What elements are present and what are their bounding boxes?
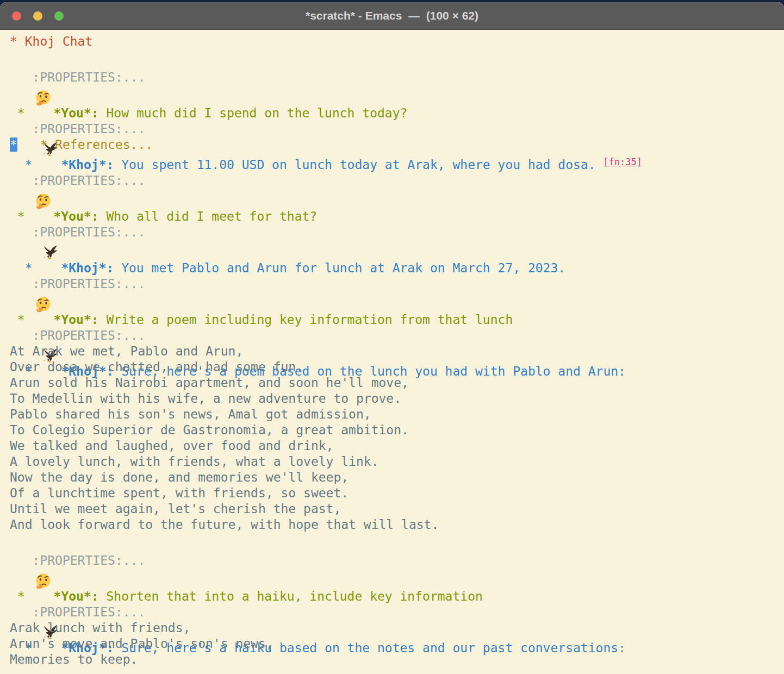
empty-line (10, 189, 784, 204)
text-body: A lovely lunch, with friends, what a lov… (10, 454, 379, 469)
text-prop[interactable]: :PROPERTIES:... (10, 225, 145, 239)
poem-line: Of a lunchtime spent, with friends, so s… (10, 485, 784, 501)
poem-line: A lovely lunch, with friends, what a lov… (10, 454, 784, 470)
text-body: Of a lunchtime spent, with friends, so s… (10, 486, 349, 500)
eagle-emoji-icon (42, 584, 59, 601)
properties-drawer: :PROPERTIES:... (10, 604, 784, 620)
thinking-face-emoji-icon (35, 153, 52, 169)
text-body: Until we meet again, let's cherish the p… (10, 502, 341, 516)
thinking-face-emoji-icon (35, 49, 52, 66)
chat-message-khoj: * *Khoj*: You spent 11.00 USD on lunch t… (10, 101, 784, 121)
empty-line (10, 85, 784, 101)
text-prop[interactable]: :PROPERTIES:... (10, 605, 145, 619)
poem-line: And look forward to the future, with hop… (10, 517, 784, 533)
eagle-emoji-icon (42, 101, 59, 117)
properties-drawer: :PROPERTIES:... (10, 121, 784, 137)
text-plain (17, 138, 40, 152)
text-prop[interactable]: :PROPERTIES:... (10, 70, 145, 84)
window-titlebar[interactable]: *scratch* - Emacs — (100 × 62) (0, 2, 784, 30)
empty-line (10, 240, 784, 256)
properties-drawer: :PROPERTIES:... (10, 553, 784, 569)
text-body: At Arak we met, Pablo and Arun, (10, 344, 243, 358)
text-cursor: * (10, 138, 17, 152)
text-prop[interactable]: :PROPERTIES:... (10, 277, 145, 291)
properties-drawer: :PROPERTIES:... (10, 173, 784, 189)
poem-line: At Arak we met, Pablo and Arun, (10, 344, 784, 359)
text-body: To Colegio Superior de Gastronomia, a gr… (10, 423, 409, 437)
minimize-button[interactable] (33, 11, 42, 21)
poem-line: We talked and laughed, over food and dri… (10, 438, 784, 454)
chat-message-khoj: * *Khoj*: Sure, here's a poem based on t… (10, 308, 784, 328)
thinking-face-emoji-icon (35, 256, 52, 272)
poem-line: Until we meet again, let's cherish the p… (10, 501, 784, 517)
khoj-chat-title: * Khoj Chat (10, 34, 92, 48)
references-folded-heading[interactable]: * References... (40, 138, 153, 152)
poem-line: To Medellin with his wife, a new adventu… (10, 391, 784, 407)
poem-line: Now the day is done, and memories we'll … (10, 470, 784, 485)
text-body: We talked and laughed, over food and dri… (10, 439, 333, 453)
eagle-emoji-icon (42, 308, 59, 324)
zoom-button[interactable] (54, 11, 64, 21)
editor-buffer[interactable]: * Khoj Chat * *You*: How much did I spen… (0, 30, 784, 667)
footnote-link[interactable]: [fn:35] (603, 157, 642, 167)
eagle-emoji-icon (42, 204, 59, 221)
text-prop[interactable]: :PROPERTIES:... (10, 122, 145, 136)
chat-message-khoj: * *Khoj*: Sure, here's a haiku based on … (10, 584, 784, 604)
chat-message-you: * *You*: Write a poem including key info… (10, 256, 784, 276)
text-body: Now the day is done, and memories we'll … (10, 470, 349, 484)
text-body: Arak lunch with friends, (10, 621, 190, 635)
close-button[interactable] (12, 11, 21, 21)
text-body: To Medellin with his wife, a new adventu… (10, 391, 401, 405)
text-body: And look forward to the future, with hop… (10, 517, 439, 532)
haiku-line: Arak lunch with friends, (10, 620, 784, 636)
text-body: Pablo shared his son's news, Amal got ad… (10, 407, 371, 421)
chat-message-you: * *You*: Shorten that into a haiku, incl… (10, 533, 784, 553)
poem-line: To Colegio Superior de Gastronomia, a gr… (10, 422, 784, 438)
properties-drawer: :PROPERTIES:... (10, 328, 784, 344)
poem-line: Pablo shared his son's news, Amal got ad… (10, 407, 784, 422)
text-prop[interactable]: :PROPERTIES:... (10, 173, 145, 188)
text-prop[interactable]: :PROPERTIES:... (10, 553, 145, 567)
org-title-heading: * Khoj Chat (10, 34, 784, 49)
properties-drawer: :PROPERTIES:... (10, 276, 784, 292)
text-body: Arun sold his Nairobi apartment, and soo… (10, 376, 409, 390)
thinking-face-emoji-icon (35, 533, 52, 549)
empty-line (10, 292, 784, 308)
text-body: Over dosa we chatted, and had some fun. (10, 360, 303, 374)
references-heading: * * References... (10, 137, 784, 153)
text-body: Memories to keep. (10, 652, 138, 666)
empty-line (10, 569, 784, 584)
text-prop[interactable]: :PROPERTIES:... (10, 328, 145, 342)
properties-drawer: :PROPERTIES:... (10, 224, 784, 240)
chat-message-you: * *You*: How much did I spend on the lun… (10, 49, 784, 70)
emacs-window: *scratch* - Emacs — (100 × 62) * Khoj Ch… (0, 2, 784, 674)
window-title: *scratch* - Emacs — (100 × 62) (306, 9, 478, 22)
poem-line: Arun sold his Nairobi apartment, and soo… (10, 375, 784, 391)
text-body: Arun's move and Pablo's son's news, (10, 636, 273, 651)
chat-message-khoj: * *Khoj*: You met Pablo and Arun for lun… (10, 204, 784, 224)
traffic-light-controls (12, 2, 64, 29)
properties-drawer: :PROPERTIES:... (10, 70, 784, 85)
